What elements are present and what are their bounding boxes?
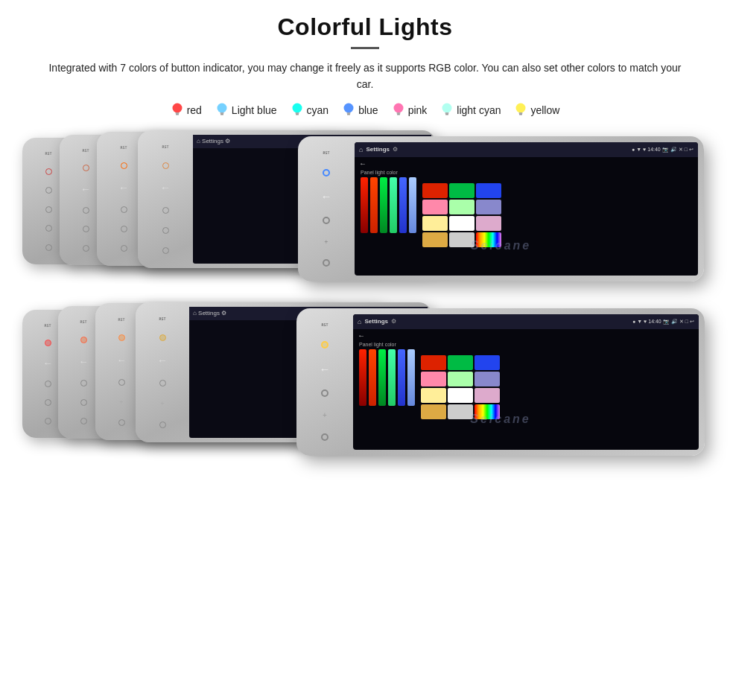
screen-settings-label: Settings [366, 146, 390, 153]
watermark-top: Seicane [471, 239, 531, 252]
svg-rect-13 [396, 112, 400, 114]
clusters-wrapper: RST RST ← [22, 130, 708, 462]
color-label-blue: blue [358, 104, 378, 116]
svg-rect-8 [296, 114, 299, 115]
svg-rect-19 [519, 112, 523, 114]
svg-point-9 [344, 103, 354, 112]
top-cluster: RST RST ← [22, 130, 708, 290]
screen-time: 14:40 [647, 147, 661, 152]
color-item-lightcyan: light cyan [440, 102, 501, 118]
color-item-yellow: yellow [514, 102, 559, 118]
bulb-icon-red [171, 102, 184, 118]
svg-rect-16 [445, 112, 449, 114]
unit-1-main: RST ← + ⌂ Settings ⚙ [298, 136, 704, 281]
svg-rect-14 [397, 114, 400, 115]
bottom-unit-1-main: RST ← + ⌂ Settings ⚙ [296, 308, 705, 456]
color-item-pink: pink [392, 102, 428, 118]
color-indicators-row: red Light blue cyan [171, 102, 560, 118]
description-text: Integrated with 7 colors of button indic… [45, 60, 685, 93]
svg-rect-17 [445, 114, 448, 115]
svg-point-18 [516, 103, 526, 112]
bulb-icon-lightblue [215, 102, 229, 118]
svg-point-12 [393, 103, 403, 112]
page-container: Colorful Lights Integrated with 7 colors… [0, 0, 730, 700]
bulb-icon-lightcyan [440, 102, 454, 118]
svg-rect-10 [347, 112, 351, 114]
svg-point-3 [217, 103, 226, 112]
svg-point-15 [442, 103, 452, 112]
svg-rect-11 [347, 114, 350, 115]
color-label-lightblue: Light blue [232, 104, 277, 116]
color-label-cyan: cyan [307, 104, 329, 116]
bulb-icon-pink [392, 102, 405, 118]
color-item-cyan: cyan [291, 102, 329, 118]
panel-light-label: Panel light color [361, 170, 416, 175]
svg-point-6 [292, 103, 302, 112]
color-item-red: red [171, 102, 202, 118]
svg-rect-1 [175, 112, 179, 114]
bulb-icon-blue [342, 102, 355, 118]
color-label-lightcyan: light cyan [457, 104, 501, 116]
svg-rect-7 [295, 112, 299, 114]
svg-rect-4 [220, 112, 223, 114]
svg-point-0 [172, 103, 182, 112]
bulb-icon-yellow [514, 102, 527, 118]
color-label-yellow: yellow [530, 104, 559, 116]
bottom-cluster: RST ← RST ← [22, 302, 708, 462]
svg-rect-2 [176, 114, 179, 115]
page-title: Colorful Lights [277, 13, 452, 41]
svg-rect-20 [519, 114, 522, 115]
color-label-red: red [187, 104, 202, 116]
title-divider [351, 47, 379, 49]
watermark-bottom: Seicane [470, 413, 530, 426]
svg-rect-5 [220, 114, 223, 115]
bulb-icon-cyan [291, 102, 304, 118]
color-label-pink: pink [408, 104, 428, 116]
color-item-blue: blue [342, 102, 378, 118]
color-item-lightblue: Light blue [215, 102, 277, 118]
